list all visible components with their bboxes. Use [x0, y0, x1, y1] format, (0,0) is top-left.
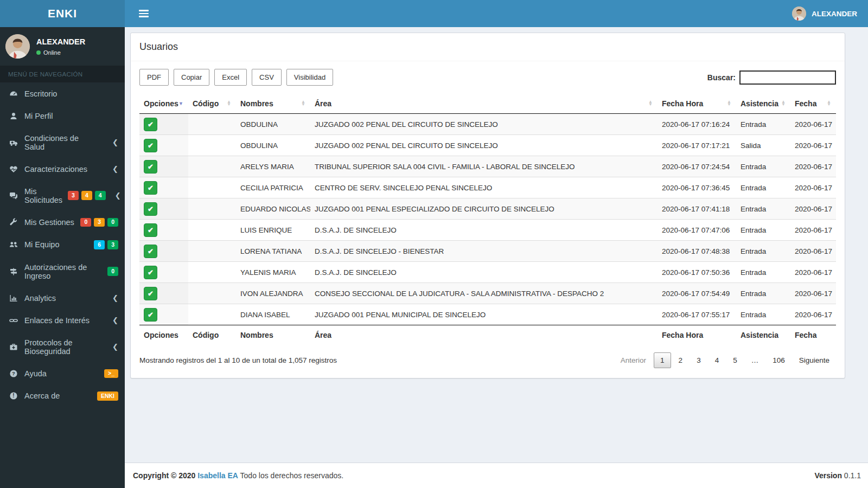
row-check-button[interactable]: ✔	[144, 118, 157, 131]
sidebar-item-condiciones-de-salud[interactable]: Condiciones de Salud ❮	[0, 127, 125, 158]
sidebar-item-mi-perfil[interactable]: Mi Perfil	[0, 105, 125, 127]
col-header--rea[interactable]: Área▲▼	[310, 94, 658, 114]
sidebar-item-escritorio[interactable]: Escritorio	[0, 82, 125, 105]
sort-desc-icon: ▼	[178, 101, 183, 106]
sidebar-item-caracterizaciones[interactable]: Caracterizaciones ❮	[0, 158, 125, 180]
pagination-page-1[interactable]: 1	[654, 352, 671, 368]
footer-col--rea: Área	[310, 325, 658, 345]
row-check-button[interactable]: ✔	[144, 245, 157, 258]
excel-button[interactable]: Excel	[214, 69, 247, 86]
cell-nombres: EDUARDO NICOLAS	[236, 198, 310, 220]
chevron-left-icon: ❮	[112, 343, 118, 351]
col-header-opciones[interactable]: Opciones▼	[139, 94, 188, 114]
visibilidad-button[interactable]: Visibilidad	[286, 69, 333, 86]
sidebar-user-status[interactable]: Online	[36, 49, 85, 56]
cell-fecha-hora: 2020-06-17 07:50:36	[658, 262, 736, 283]
row-check-button[interactable]: ✔	[144, 181, 157, 195]
pagination-next[interactable]: Siguiente	[793, 352, 836, 368]
svg-text:?: ?	[12, 370, 15, 376]
sidebar-item-enlaces-de-inter-s[interactable]: Enlaces de Interés ❮	[0, 309, 125, 331]
link-icon	[8, 316, 19, 325]
cell-nombres: YALENIS MARIA	[236, 262, 310, 283]
cell-codigo	[188, 156, 236, 177]
table-row: ✔ DIANA ISABEL JUZGADO 001 PENAL MUNICIP…	[139, 304, 836, 325]
pagination-page-106[interactable]: 106	[766, 352, 792, 368]
cell-asistencia: Entrada	[736, 304, 790, 325]
cell-fecha-hora: 2020-06-17 07:17:21	[658, 135, 736, 156]
sidebar-item-mis-solicitudes[interactable]: Mis Solicitudes 344 ❮	[0, 180, 125, 211]
map-signs-icon	[8, 267, 19, 276]
footer-col-opciones: Opciones	[139, 325, 188, 345]
sidebar-item-mis-gestiones[interactable]: Mis Gestiones 030	[0, 211, 125, 234]
table-footer-row: OpcionesCódigoNombresÁreaFecha HoraAsist…	[139, 325, 836, 345]
row-check-button[interactable]: ✔	[144, 202, 157, 216]
pdf-button[interactable]: PDF	[139, 69, 169, 86]
sort-both-icon: ▲▼	[727, 101, 731, 106]
cell-nombres: LORENA TATIANA	[236, 241, 310, 262]
sidebar-item-ayuda[interactable]: ? Ayuda >_	[0, 362, 125, 385]
cell-fecha-hora: 2020-06-17 07:48:38	[658, 241, 736, 262]
row-check-button[interactable]: ✔	[144, 139, 157, 152]
table-row: ✔ LORENA TATIANA D.S.A.J. DE SINCELEJO -…	[139, 241, 836, 262]
table-row: ✔ EDUARDO NICOLAS JUZGADO 001 PENAL ESPE…	[139, 198, 836, 220]
user-menu[interactable]: ALEXANDER	[789, 7, 860, 21]
cell-area: D.S.A.J. DE SINCELEJO	[310, 262, 658, 283]
sidebar-item-mi-equipo[interactable]: Mi Equipo 63	[0, 234, 125, 256]
sidebar-item-analytics[interactable]: Analytics ❮	[0, 287, 125, 309]
cell-codigo	[188, 114, 236, 135]
row-check-button[interactable]: ✔	[144, 287, 157, 300]
footer-col-nombres: Nombres	[236, 325, 310, 345]
sidebar-user-panel: ALEXANDER Online	[0, 27, 125, 66]
sidebar-item-autorizaciones-de-ingreso[interactable]: Autorizaciones de Ingreso 0	[0, 256, 125, 287]
col-header-asistencia[interactable]: Asistencia▲▼	[736, 94, 790, 114]
sidebar-item-acerca-de[interactable]: ! Acerca de ENKI	[0, 385, 125, 408]
brand-logo[interactable]: ENKI	[0, 0, 125, 27]
sidebar-menu: Escritorio Mi Perfil Condiciones de Salu…	[0, 82, 125, 407]
cell-area: TRIBUNAL SUPERIOR SALA 004 CIVIL - FAMIL…	[310, 156, 658, 177]
sidebar-toggle-icon[interactable]	[133, 0, 155, 27]
dashboard-icon	[8, 89, 19, 98]
row-check-button[interactable]: ✔	[144, 160, 157, 174]
sidebar-nav-header: MENÚ DE NAVEGACIÓN	[0, 66, 125, 82]
pagination-page-…[interactable]: …	[745, 352, 765, 368]
row-check-button[interactable]: ✔	[144, 266, 157, 279]
pagination-prev[interactable]: Anterior	[614, 352, 653, 368]
col-header-c-digo[interactable]: Código▲▼	[188, 94, 236, 114]
cell-fecha-hora: 2020-06-17 07:41:18	[658, 198, 736, 220]
info-icon: !	[8, 391, 19, 400]
pagination-page-4[interactable]: 4	[709, 352, 726, 368]
cell-asistencia: Entrada	[736, 114, 790, 135]
pagination-page-3[interactable]: 3	[690, 352, 707, 368]
pagination-page-5[interactable]: 5	[726, 352, 744, 368]
table-row: ✔ IVON ALEJANDRA CONSEJO SECCIONAL DE LA…	[139, 283, 836, 304]
col-header-fecha[interactable]: Fecha▲▼	[790, 94, 836, 114]
csv-button[interactable]: CSV	[252, 69, 282, 86]
cell-fecha: 2020-06-17	[790, 156, 836, 177]
cell-fecha: 2020-06-17	[790, 220, 836, 241]
search-input[interactable]	[739, 70, 836, 85]
footer-col-fecha-hora: Fecha Hora	[658, 325, 736, 345]
copiar-button[interactable]: Copiar	[174, 69, 209, 86]
badge: ENKI	[97, 391, 118, 401]
cell-asistencia: Entrada	[736, 220, 790, 241]
col-header-fecha-hora[interactable]: Fecha Hora▲▼	[658, 94, 736, 114]
sidebar-item-protocolos-de-bioseguridad[interactable]: Protocolos de Bioseguridad ❮	[0, 331, 125, 362]
brand-link[interactable]: Isabella EA	[197, 471, 238, 480]
cell-fecha: 2020-06-17	[790, 177, 836, 198]
cell-codigo	[188, 135, 236, 156]
row-check-button[interactable]: ✔	[144, 223, 157, 237]
cell-asistencia: Entrada	[736, 198, 790, 220]
chevron-left-icon: ❮	[112, 138, 118, 146]
cell-codigo	[188, 241, 236, 262]
pagination: Anterior12345…106Siguiente	[614, 352, 836, 368]
badge: 3	[68, 191, 79, 200]
table-row: ✔ YALENIS MARIA D.S.A.J. DE SINCELEJO 20…	[139, 262, 836, 283]
pagination-page-2[interactable]: 2	[672, 352, 690, 368]
footer-col-fecha: Fecha	[790, 325, 836, 345]
search-label: Buscar:	[707, 73, 736, 82]
online-dot-icon	[36, 50, 41, 55]
cell-asistencia: Salida	[736, 135, 790, 156]
col-header-nombres[interactable]: Nombres▲▼	[236, 94, 310, 114]
row-check-button[interactable]: ✔	[144, 308, 157, 322]
footer-col-asistencia: Asistencia	[736, 325, 790, 345]
